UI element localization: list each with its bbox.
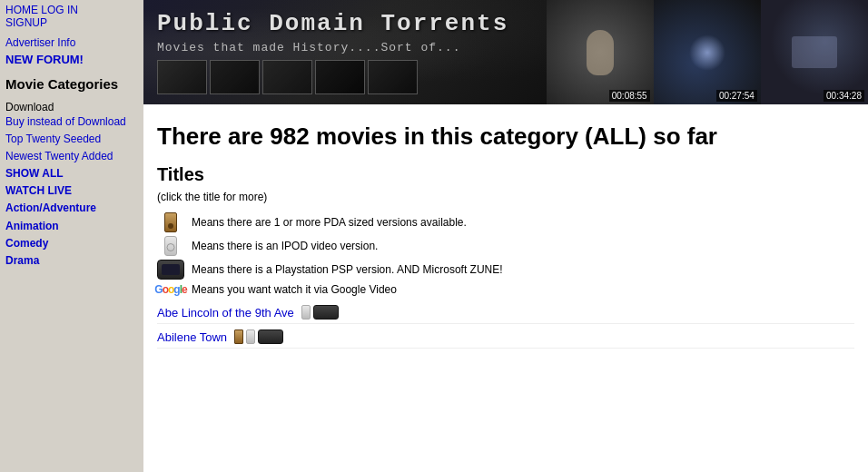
content-area: There are 982 movies in this category (A… <box>143 104 868 363</box>
download-label: Download <box>5 101 54 113</box>
legend: Means there are 1 or more PDA sized vers… <box>157 212 854 296</box>
pda-icon <box>164 212 177 232</box>
sidebar-item-animation[interactable]: Animation <box>5 218 138 235</box>
titles-heading: Titles <box>157 164 854 185</box>
sidebar-item-drama[interactable]: Drama <box>5 252 138 270</box>
sidebar: HOME LOG IN SIGNUP Advertiser Info NEW F… <box>0 0 143 472</box>
header-banner: Public Domain Torrents Movies that made … <box>143 0 868 104</box>
sidebar-item-watch-live[interactable]: WATCH LIVE <box>5 182 138 200</box>
film-thumb-5 <box>368 60 418 94</box>
movie-icons-2 <box>234 329 283 344</box>
banner-subtitle: Movies that made History....Sort of... <box>157 41 533 54</box>
circle-light-2 <box>689 34 725 71</box>
video-duration-3: 00:34:28 <box>824 90 864 102</box>
page-title: There are 982 movies in this category (A… <box>157 123 854 151</box>
psp-icon <box>157 260 184 280</box>
sidebar-nav: Download Buy instead of Download Top Twe… <box>5 101 138 270</box>
home-link[interactable]: HOME <box>5 4 38 16</box>
film-thumb-4 <box>315 60 365 94</box>
ipod-icon-container <box>157 236 184 256</box>
google-legend-text: Means you want watch it via Google Video <box>192 283 397 296</box>
banner-left: Public Domain Torrents Movies that made … <box>143 0 547 104</box>
table-row: Abilene Town <box>157 329 854 349</box>
banner-video-2: 00:27:54 <box>654 0 761 104</box>
legend-psp-row: Means there is a Playstation PSP version… <box>157 260 854 280</box>
banner-video-3: 00:34:28 <box>761 0 868 104</box>
video-thumb-1 <box>547 0 654 104</box>
psp-icon-container <box>157 260 184 280</box>
movie-list: Abe Lincoln of the 9th Ave Abilene Town <box>157 305 854 349</box>
sidebar-item-top-twenty-seeded[interactable]: Top Twenty Seeded <box>5 131 138 148</box>
movie-pda-icon-2 <box>234 329 243 344</box>
movie-psp-icon-2 <box>258 329 283 344</box>
ipod-icon <box>164 236 177 256</box>
click-hint: (click the title for more) <box>157 191 854 203</box>
ipod-legend-text: Means there is an IPOD video version. <box>192 240 378 252</box>
table-row: Abe Lincoln of the 9th Ave <box>157 305 854 324</box>
movie-categories-heading: Movie Categories <box>5 75 138 93</box>
psp-legend-text: Means there is a Playstation PSP version… <box>192 263 503 276</box>
movie-title-abilene-town[interactable]: Abilene Town <box>157 330 227 344</box>
main-content: Public Domain Torrents Movies that made … <box>143 0 868 472</box>
banner-film-strip <box>157 60 533 94</box>
movie-ipod-icon-2 <box>246 329 255 344</box>
film-thumb-2 <box>210 60 260 94</box>
video-thumb-3 <box>761 0 868 104</box>
new-forum-link[interactable]: NEW FORUM! <box>5 53 138 66</box>
movie-title-abe-lincoln[interactable]: Abe Lincoln of the 9th Ave <box>157 306 294 320</box>
movie-psp-icon-1 <box>313 305 339 320</box>
movie-icons-1 <box>301 305 339 320</box>
sidebar-item-comedy[interactable]: Comedy <box>5 235 138 252</box>
banner-video-1: 00:08:55 <box>547 0 654 104</box>
video-decoration-3 <box>792 36 837 68</box>
video-thumb-2 <box>654 0 761 104</box>
sidebar-item-action-adventure[interactable]: Action/Adventure <box>5 200 138 217</box>
pda-icon-container <box>157 212 184 232</box>
sidebar-item-newest-twenty[interactable]: Newest Twenty Added <box>5 148 138 165</box>
banner-title: Public Domain Torrents <box>157 10 533 37</box>
legend-pda-row: Means there are 1 or more PDA sized vers… <box>157 212 854 232</box>
face-decoration-1 <box>587 30 614 75</box>
advertiser-info-link[interactable]: Advertiser Info <box>5 36 138 49</box>
pda-legend-text: Means there are 1 or more PDA sized vers… <box>192 216 467 229</box>
film-thumb-3 <box>262 60 312 94</box>
google-icon: Google <box>154 283 186 296</box>
video-duration-1: 00:08:55 <box>609 90 650 102</box>
legend-ipod-row: Means there is an IPOD video version. <box>157 236 854 256</box>
top-nav-links: HOME LOG IN SIGNUP <box>5 4 138 29</box>
sidebar-item-show-all[interactable]: SHOW ALL <box>5 165 138 182</box>
legend-google-row: Google Means you want watch it via Googl… <box>157 283 854 296</box>
google-icon-container: Google <box>157 283 184 296</box>
login-link[interactable]: LOG IN <box>41 4 78 16</box>
film-thumb-1 <box>157 60 207 94</box>
signup-link[interactable]: SIGNUP <box>5 16 47 29</box>
movie-ipod-icon-1 <box>301 305 311 320</box>
video-duration-2: 00:27:54 <box>716 90 757 102</box>
sidebar-item-buy-instead[interactable]: Buy instead of Download <box>5 113 138 131</box>
